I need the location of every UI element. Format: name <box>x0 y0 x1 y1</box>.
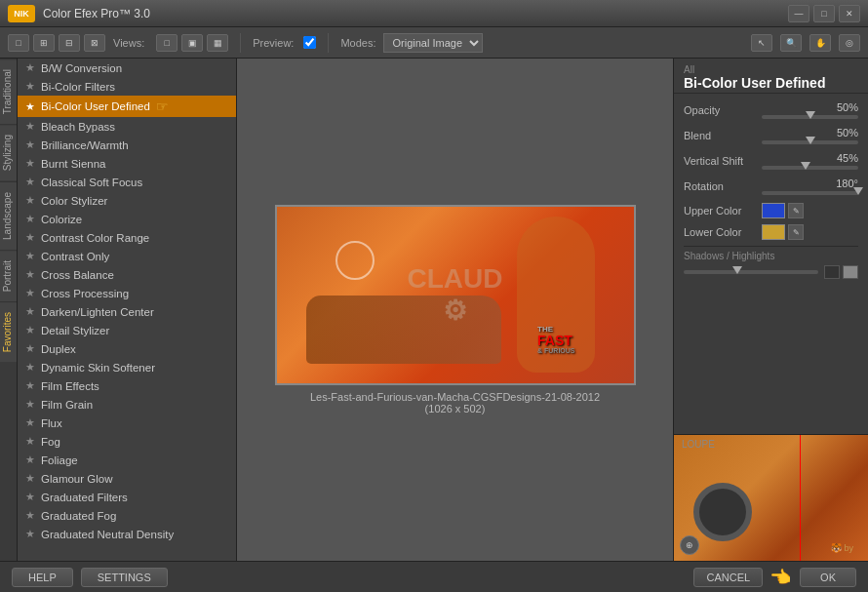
upper-color-swatch[interactable] <box>762 203 785 218</box>
ok-button[interactable]: OK <box>800 568 856 587</box>
view-filmstrip-button[interactable]: ⊠ <box>84 34 105 52</box>
pointing-hand-icon: 👉 <box>770 567 792 588</box>
loupe-tool-button[interactable]: ◎ <box>839 34 860 52</box>
view-single-button[interactable]: □ <box>8 34 29 52</box>
filter-item-film-grain[interactable]: ★Film Grain <box>18 395 236 414</box>
filter-item-brilliance-warmth[interactable]: ★Brilliance/Warmth <box>18 136 236 154</box>
filter-item-cross-balance[interactable]: ★Cross Balance <box>18 265 236 284</box>
filter-item-duplex[interactable]: ★Duplex <box>18 339 236 358</box>
filter-item-cross-processing[interactable]: ★Cross Processing <box>18 284 236 302</box>
right-panel: All Bi-Color User Defined Opacity 50% Bl… <box>673 59 868 561</box>
filter-star-icon: ★ <box>25 176 35 188</box>
loupe-area: LOUPE 🐯 by ⊕ <box>674 434 868 561</box>
filter-item-label: Graduated Filters <box>41 492 128 503</box>
filter-item-label: Darken/Lighten Center <box>41 306 154 318</box>
preview-caption: Les-Fast-and-Furious-van-Macha-CGSFDesig… <box>310 391 600 414</box>
shadows-highlights-control <box>684 265 858 279</box>
view-split-button[interactable]: ⊞ <box>33 34 55 52</box>
preview-filename: Les-Fast-and-Furious-van-Macha-CGSFDesig… <box>310 391 600 403</box>
filter-item-color-stylizer[interactable]: ★Color Stylizer <box>18 191 236 210</box>
circle-overlay <box>335 241 375 280</box>
filter-item-classical-soft-focus[interactable]: ★Classical Soft Focus <box>18 173 236 191</box>
sidebar-tab-landscape[interactable]: Landscape <box>0 181 17 250</box>
rotation-value: 180° <box>762 178 858 189</box>
active-filter-name: Bi-Color User Defined <box>684 75 858 91</box>
loupe-zoom-icon[interactable]: ⊕ <box>680 535 699 555</box>
filter-item-bw-conversion[interactable]: ★B/W Conversion <box>18 59 236 77</box>
filter-star-icon: ★ <box>25 361 35 374</box>
sidebar-tab-favorites[interactable]: Favorites <box>0 301 17 362</box>
right-header: All Bi-Color User Defined <box>674 59 868 94</box>
filter-item-label: Detail Stylizer <box>41 325 109 336</box>
filter-item-bi-color-user-defined[interactable]: ★Bi-Color User Defined☞ <box>18 96 236 117</box>
view-mode-c-button[interactable]: ▦ <box>207 34 228 52</box>
filter-item-glamour-glow[interactable]: ★Glamour Glow <box>18 469 236 488</box>
pan-tool-button[interactable]: ✋ <box>809 34 831 52</box>
blend-thumb[interactable] <box>806 137 815 144</box>
filter-item-foliage[interactable]: ★Foliage <box>18 451 236 469</box>
rotation-thumb[interactable] <box>853 187 863 195</box>
filter-star-icon: ★ <box>25 194 35 207</box>
filter-item-label: Film Grain <box>41 399 93 411</box>
toolbar: □ ⊞ ⊟ ⊠ Views: □ ▣ ▦ Preview: Modes: Ori… <box>0 27 868 59</box>
filter-item-graduated-filters[interactable]: ★Graduated Filters <box>18 488 236 506</box>
cancel-button[interactable]: CANCEL <box>693 568 763 587</box>
filter-item-colorize[interactable]: ★Colorize <box>18 210 236 228</box>
blend-control: Blend 50% <box>684 127 858 144</box>
window-minimize-button[interactable]: — <box>788 5 809 22</box>
zoom-in-button[interactable]: 🔍 <box>780 34 802 52</box>
sidebar-tab-stylizing[interactable]: Stylizing <box>0 124 17 180</box>
filter-item-bleach-bypass[interactable]: ★Bleach Bypass <box>18 117 236 136</box>
filter-star-icon: ★ <box>25 138 35 151</box>
filter-item-label: Bleach Bypass <box>41 121 115 133</box>
rotation-track[interactable] <box>762 191 858 195</box>
preview-checkbox[interactable] <box>303 36 316 49</box>
filter-item-detail-stylizer[interactable]: ★Detail Stylizer <box>18 321 236 339</box>
opacity-thumb[interactable] <box>806 111 815 119</box>
filter-item-graduated-fog[interactable]: ★Graduated Fog <box>18 506 236 525</box>
filter-item-label: Classical Soft Focus <box>41 177 142 188</box>
view-grid-button[interactable]: ⊟ <box>59 34 80 52</box>
lower-color-row: Lower Color ✎ <box>684 224 858 240</box>
settings-button[interactable]: SETTINGS <box>81 568 168 587</box>
lower-color-swatch[interactable] <box>762 224 785 240</box>
blend-track[interactable] <box>762 140 858 144</box>
filter-item-fog[interactable]: ★Fog <box>18 432 236 451</box>
filter-item-bi-color-filters[interactable]: ★Bi-Color Filters <box>18 77 236 96</box>
preview-label: Preview: <box>253 37 294 49</box>
shadows-color-swatch[interactable] <box>824 265 840 279</box>
opacity-label: Opacity <box>684 104 762 116</box>
modes-select[interactable]: Original Image <box>383 33 483 53</box>
vertical-shift-control: Vertical Shift 45% <box>684 152 858 170</box>
window-maximize-button[interactable]: □ <box>813 5 835 22</box>
filter-item-graduated-neutral-density[interactable]: ★Graduated Neutral Density <box>18 525 236 543</box>
filter-item-dynamic-skin-softener[interactable]: ★Dynamic Skin Softener <box>18 358 236 376</box>
filter-item-film-effects[interactable]: ★Film Effects <box>18 376 236 395</box>
view-mode-a-button[interactable]: □ <box>156 34 178 52</box>
help-button[interactable]: HELP <box>12 568 73 587</box>
filter-item-darken-lighten-center[interactable]: ★Darken/Lighten Center <box>18 302 236 321</box>
filter-item-label: Colorize <box>41 214 82 225</box>
preview-dimensions: (1026 x 502) <box>310 403 600 414</box>
shadows-highlights-thumb[interactable] <box>732 266 742 274</box>
all-label: All <box>684 64 858 75</box>
upper-color-edit-button[interactable]: ✎ <box>788 203 804 218</box>
filter-item-flux[interactable]: ★Flux <box>18 414 236 432</box>
view-mode-b-button[interactable]: ▣ <box>181 34 203 52</box>
window-close-button[interactable]: ✕ <box>839 5 860 22</box>
lower-color-edit-button[interactable]: ✎ <box>788 224 804 240</box>
opacity-track[interactable] <box>762 115 858 119</box>
vertical-shift-track[interactable] <box>762 166 858 170</box>
highlights-color-swatch[interactable] <box>843 265 858 279</box>
sidebar-tab-traditional[interactable]: Traditional <box>0 59 17 124</box>
vertical-shift-thumb[interactable] <box>801 162 810 170</box>
selector-tool-button[interactable]: ↖ <box>751 34 772 52</box>
filter-star-icon: ★ <box>25 435 35 448</box>
sidebar-tab-portrait[interactable]: Portrait <box>0 250 17 301</box>
filter-item-label: Flux <box>41 417 62 429</box>
filter-item-label: Bi-Color User Defined <box>41 100 150 112</box>
filter-item-contrast-color-range[interactable]: ★Contrast Color Range <box>18 228 236 247</box>
shadows-highlights-track[interactable] <box>684 270 818 274</box>
filter-item-burnt-sienna[interactable]: ★Burnt Sienna <box>18 154 236 173</box>
filter-item-contrast-only[interactable]: ★Contrast Only <box>18 247 236 265</box>
